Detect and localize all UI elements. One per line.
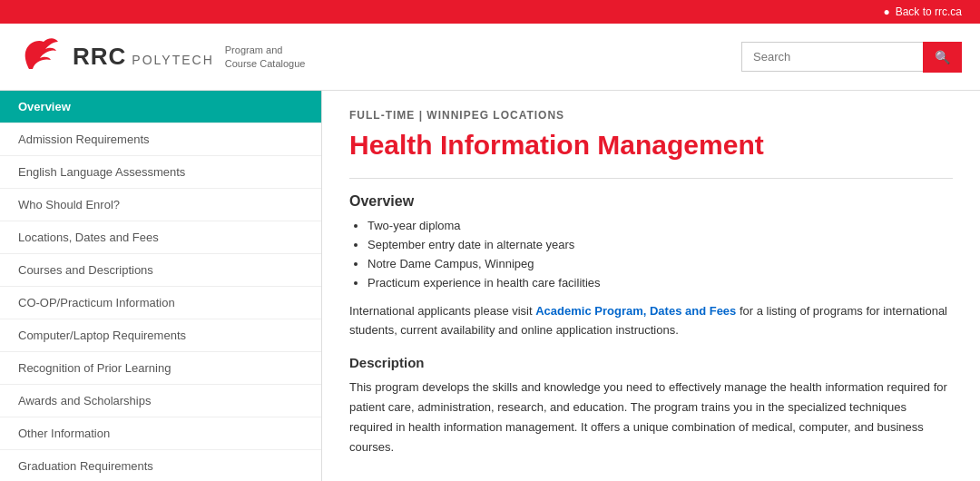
sidebar-item-6[interactable]: CO-OP/Practicum Information — [0, 287, 321, 319]
logo-polytech: POLYTECH — [132, 53, 213, 67]
content-area: FULL-TIME | WINNIPEG LOCATIONS Health In… — [322, 91, 980, 481]
sidebar-item-3[interactable]: Who Should Enrol? — [0, 189, 321, 221]
sidebar-item-7[interactable]: Computer/Laptop Requirements — [0, 319, 321, 352]
overview-heading: Overview — [349, 193, 953, 210]
bullet-item: Practicum experience in health care faci… — [368, 276, 953, 290]
sidebar-item-0[interactable]: Overview — [0, 91, 321, 123]
sidebar-item-10[interactable]: Other Information — [0, 417, 321, 450]
main-container: OverviewAdmission RequirementsEnglish La… — [0, 91, 980, 481]
search-input[interactable] — [741, 42, 923, 72]
intl-note-pre: International applicants please visit — [349, 304, 535, 318]
logo-rrc: RRC — [73, 43, 126, 71]
sidebar-item-9[interactable]: Awards and Scholarships — [0, 385, 321, 417]
sidebar: OverviewAdmission RequirementsEnglish La… — [0, 91, 322, 481]
header: RRC POLYTECH Program and Course Catalogu… — [0, 24, 980, 91]
globe-icon: ● — [883, 5, 889, 18]
sidebar-item-11[interactable]: Graduation Requirements — [0, 450, 321, 481]
description-heading: Description — [349, 355, 953, 370]
search-area: 🔍 — [741, 42, 962, 73]
rrc-bird-icon — [18, 34, 62, 79]
overview-list: Two-year diplomaSeptember entry date in … — [349, 219, 953, 290]
logo-text-group: RRC POLYTECH — [73, 43, 214, 71]
program-type: FULL-TIME | WINNIPEG LOCATIONS — [349, 109, 953, 122]
intl-link[interactable]: Academic Program, Dates and Fees — [535, 304, 736, 318]
top-bar: ● Back to rrc.ca — [0, 0, 980, 24]
sidebar-item-8[interactable]: Recognition of Prior Learning — [0, 352, 321, 385]
logo-area: RRC POLYTECH Program and Course Catalogu… — [18, 34, 305, 79]
description-text: This program develops the skills and kno… — [349, 378, 953, 457]
divider — [349, 178, 953, 179]
bullet-item: September entry date in alternate years — [368, 238, 953, 251]
intl-note: International applicants please visit Ac… — [349, 302, 953, 340]
program-title: Health Information Management — [349, 129, 953, 162]
search-button[interactable]: 🔍 — [923, 42, 962, 73]
sidebar-item-5[interactable]: Courses and Descriptions — [0, 254, 321, 287]
sidebar-item-2[interactable]: English Language Assessments — [0, 156, 321, 189]
back-to-rrc-link[interactable]: Back to rrc.ca — [896, 5, 962, 18]
bullet-item: Notre Dame Campus, Winnipeg — [368, 257, 953, 270]
sidebar-item-4[interactable]: Locations, Dates and Fees — [0, 221, 321, 254]
bullet-item: Two-year diploma — [368, 219, 953, 232]
sidebar-item-1[interactable]: Admission Requirements — [0, 123, 321, 156]
logo-tagline: Program and Course Catalogue — [225, 44, 306, 70]
